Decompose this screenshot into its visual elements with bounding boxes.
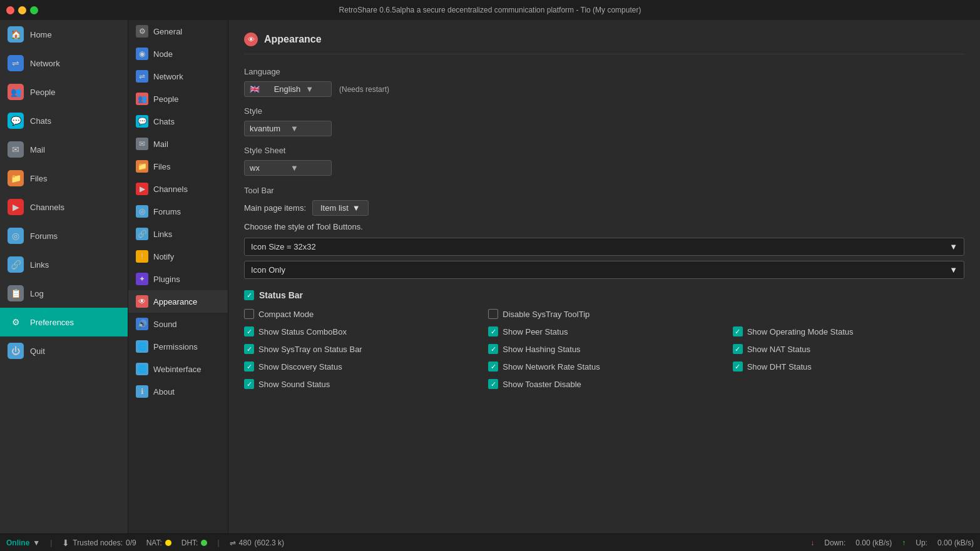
people-icon: 👥 [8, 84, 24, 100]
pref-network-icon: ⇌ [136, 70, 148, 83]
show-dht-checkbox[interactable]: ✓ [733, 361, 743, 372]
stylesheet-dropdown-arrow: ▼ [290, 163, 326, 173]
sidebar-item-files[interactable]: 📁 Files [0, 164, 128, 193]
pref-item-plugins[interactable]: ✦ Plugins [128, 268, 228, 290]
show-discovery-checkbox[interactable]: ✓ [244, 361, 254, 372]
pref-item-webinterface[interactable]: 🌐 Webinterface [128, 358, 228, 380]
sidebar: 🏠 Home ⇌ Network 👥 People 💬 Chats ✉ Mail… [0, 20, 128, 533]
show-hashing-label: Show Hashing Status [503, 345, 580, 354]
trusted-nodes-label: Trusted nodes: [73, 538, 123, 547]
show-status-combobox-checkbox[interactable]: ✓ [244, 326, 254, 336]
trusted-nodes: ⬇ Trusted nodes: 0/9 [62, 538, 136, 548]
pref-item-appearance[interactable]: 👁 Appearance [128, 290, 228, 313]
preferences-nav: ⚙ General ◉ Node ⇌ Network 👥 People 💬 Ch… [128, 20, 228, 533]
sidebar-item-log[interactable]: 📋 Log [0, 279, 128, 308]
show-toaster-label: Show Toaster Disable [503, 380, 581, 389]
icon-only-dropdown[interactable]: Icon Only ▼ [244, 261, 964, 279]
maximize-button[interactable] [30, 6, 38, 14]
status-bar-checkbox[interactable]: ✓ [244, 290, 254, 300]
sidebar-item-quit[interactable]: ⏻ Quit [0, 336, 128, 365]
sidebar-item-channels[interactable]: ▶ Channels [0, 193, 128, 221]
main-page-dropdown[interactable]: Item list ▼ [312, 200, 369, 216]
stylesheet-dropdown[interactable]: wx ▼ [244, 160, 332, 176]
pref-label-plugins: Plugins [153, 275, 180, 284]
pref-item-links[interactable]: 🔗 Links [128, 223, 228, 245]
pref-label-links: Links [153, 230, 172, 239]
pref-item-permissions[interactable]: 🌐 Permissions [128, 335, 228, 358]
icon-size-dropdown[interactable]: Icon Size = 32x32 ▼ [244, 238, 964, 256]
pref-forums-icon: ◎ [136, 205, 148, 218]
main-page-dropdown-arrow: ▼ [352, 203, 360, 213]
pref-item-notify[interactable]: ! Notify [128, 245, 228, 268]
icon-size-arrow: ▼ [949, 242, 957, 251]
show-operating-mode-checkbox[interactable]: ✓ [733, 326, 743, 336]
pref-label-notify: Notify [153, 252, 174, 261]
sep1: | [50, 538, 52, 547]
up-arrow-icon: ↑ [902, 538, 906, 547]
pref-item-channels[interactable]: ▶ Channels [128, 178, 228, 200]
peers-status: ⇌ 480 (602.3 k) [230, 538, 284, 547]
pref-item-forums[interactable]: ◎ Forums [128, 200, 228, 223]
show-toaster-checkbox[interactable]: ✓ [488, 379, 498, 389]
channels-icon: ▶ [8, 199, 24, 215]
dht-dot [201, 540, 207, 546]
compact-mode-checkbox[interactable] [244, 309, 254, 319]
log-icon: 📋 [8, 285, 24, 301]
style-value: kvantum [250, 124, 285, 133]
pref-item-sound[interactable]: 🔊 Sound [128, 313, 228, 335]
pref-people-icon: 👥 [136, 93, 148, 105]
icon-size-value: Icon Size = 32x32 [251, 242, 316, 251]
show-sound-label: Show Sound Status [258, 380, 330, 389]
pref-item-people[interactable]: 👥 People [128, 88, 228, 110]
close-button[interactable] [6, 6, 14, 14]
show-hashing-checkbox[interactable]: ✓ [488, 344, 498, 354]
pref-label-people: People [153, 94, 178, 104]
show-peer-status-row: ✓ Show Peer Status [488, 325, 720, 338]
style-dropdown[interactable]: kvantum ▼ [244, 121, 332, 136]
online-status[interactable]: Online ▼ [6, 538, 40, 547]
pref-label-mail: Mail [153, 139, 168, 149]
peers-value: 480 [239, 538, 252, 547]
disable-systray-label: Disable SysTray ToolTip [503, 310, 590, 319]
show-network-rate-checkbox[interactable]: ✓ [488, 361, 498, 372]
show-nat-checkbox[interactable]: ✓ [733, 344, 743, 354]
trusted-nodes-value: 0/9 [126, 538, 136, 547]
sidebar-item-forums[interactable]: ◎ Forums [0, 221, 128, 250]
show-dht-row: ✓ Show DHT Status [733, 360, 964, 373]
show-systray-checkbox[interactable]: ✓ [244, 344, 254, 354]
pref-item-chats[interactable]: 💬 Chats [128, 110, 228, 133]
sidebar-item-links[interactable]: 🔗 Links [0, 250, 128, 279]
pref-label-webinterface: Webinterface [153, 365, 201, 374]
pref-links-icon: 🔗 [136, 228, 148, 240]
minimize-button[interactable] [18, 6, 26, 14]
sidebar-label-people: People [30, 88, 55, 97]
language-note: (Needs restart) [339, 85, 389, 94]
style-row: kvantum ▼ [244, 121, 964, 136]
disable-systray-checkbox[interactable] [488, 309, 498, 319]
sidebar-item-network[interactable]: ⇌ Network [0, 49, 128, 78]
pref-item-general[interactable]: ⚙ General [128, 20, 228, 43]
pref-item-mail[interactable]: ✉ Mail [128, 133, 228, 155]
pref-item-about[interactable]: ℹ About [128, 380, 228, 403]
language-row: 🇬🇧 English ▼ (Needs restart) [244, 81, 964, 97]
sidebar-label-channels: Channels [30, 203, 64, 212]
down-label: Down: [824, 538, 845, 547]
pref-item-network[interactable]: ⇌ Network [128, 65, 228, 88]
sidebar-item-people[interactable]: 👥 People [0, 78, 128, 106]
sidebar-item-chats[interactable]: 💬 Chats [0, 106, 128, 135]
sidebar-item-preferences[interactable]: ⚙ Preferences [0, 308, 128, 336]
show-sound-checkbox[interactable]: ✓ [244, 379, 254, 389]
pref-item-files[interactable]: 📁 Files [128, 155, 228, 178]
show-peer-status-checkbox[interactable]: ✓ [488, 326, 498, 336]
pref-item-node[interactable]: ◉ Node [128, 43, 228, 65]
pref-sound-icon: 🔊 [136, 318, 148, 330]
preferences-icon: ⚙ [8, 314, 24, 330]
sidebar-item-mail[interactable]: ✉ Mail [0, 135, 128, 164]
pref-webinterface-icon: 🌐 [136, 363, 148, 375]
pref-label-about: About [153, 387, 175, 397]
sidebar-item-home[interactable]: 🏠 Home [0, 20, 128, 49]
pref-label-node: Node [153, 49, 173, 59]
main-page-label: Main page items: [244, 203, 306, 213]
show-systray-row: ✓ Show SysTray on Status Bar [244, 343, 476, 355]
language-dropdown[interactable]: 🇬🇧 English ▼ [244, 81, 332, 97]
